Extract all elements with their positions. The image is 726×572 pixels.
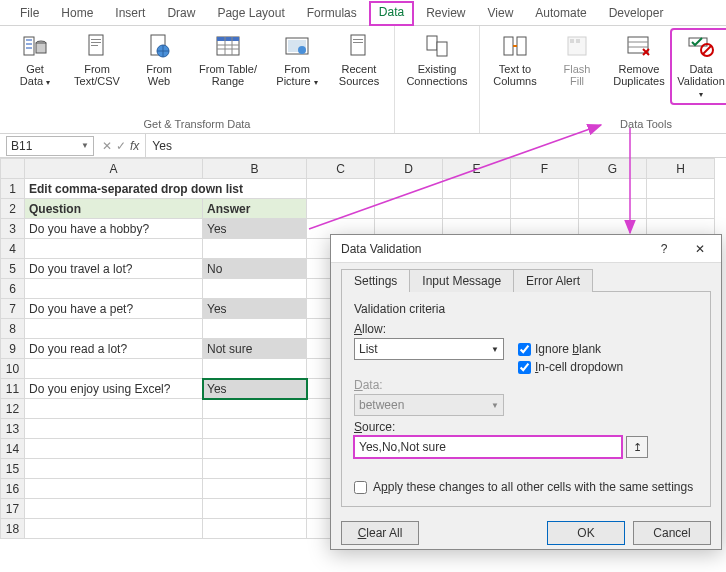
dialog-titlebar[interactable]: Data Validation ? ✕ <box>331 235 721 263</box>
question-cell[interactable] <box>25 279 203 299</box>
question-cell[interactable] <box>25 239 203 259</box>
enter-icon[interactable]: ✓ <box>116 139 126 153</box>
row-header[interactable]: 10 <box>1 359 25 379</box>
tab-insert[interactable]: Insert <box>105 2 155 25</box>
cell[interactable] <box>203 399 307 419</box>
cell[interactable] <box>25 519 203 539</box>
range-selector-icon[interactable]: ↥ <box>626 436 648 458</box>
data-validation-button[interactable]: DataValidation ▾ <box>672 30 726 103</box>
cell[interactable] <box>511 199 579 219</box>
cancel-icon[interactable]: ✕ <box>102 139 112 153</box>
row-header[interactable]: 13 <box>1 419 25 439</box>
row-header[interactable]: 16 <box>1 479 25 499</box>
header-question[interactable]: Question <box>25 199 203 219</box>
ignore-blank-checkbox[interactable]: Ignore blank <box>518 342 601 356</box>
checkbox-input[interactable] <box>518 361 531 374</box>
dialog-tab-error-alert[interactable]: Error Alert <box>513 269 593 292</box>
cell[interactable] <box>203 419 307 439</box>
row-header[interactable]: 14 <box>1 439 25 459</box>
column-headers[interactable]: A B C D E F G H <box>1 159 715 179</box>
cell[interactable] <box>511 179 579 199</box>
col-header[interactable]: G <box>579 159 647 179</box>
clear-all-button[interactable]: Clear All <box>341 521 419 545</box>
col-header[interactable]: B <box>203 159 307 179</box>
source-input[interactable]: Yes,No,Not sure <box>354 436 622 458</box>
cell[interactable] <box>647 179 715 199</box>
cell[interactable] <box>25 399 203 419</box>
from-web-button[interactable]: FromWeb <box>130 30 188 89</box>
cell[interactable] <box>203 479 307 499</box>
cell[interactable] <box>375 199 443 219</box>
cell[interactable] <box>307 199 375 219</box>
recent-sources-button[interactable]: RecentSources <box>330 30 388 89</box>
cell[interactable] <box>647 199 715 219</box>
answer-cell[interactable]: No <box>203 259 307 279</box>
row-header[interactable]: 8 <box>1 319 25 339</box>
question-cell[interactable]: Do you have a hobby? <box>25 219 203 239</box>
answer-cell[interactable] <box>203 239 307 259</box>
dialog-tab-input-message[interactable]: Input Message <box>409 269 514 292</box>
row-header[interactable]: 7 <box>1 299 25 319</box>
col-header[interactable]: F <box>511 159 579 179</box>
text-to-columns-button[interactable]: Text toColumns <box>486 30 544 89</box>
answer-cell[interactable]: Yes <box>203 299 307 319</box>
incell-dropdown-checkbox[interactable]: In-cell dropdown <box>518 360 623 374</box>
header-answer[interactable]: Answer <box>203 199 307 219</box>
col-header[interactable]: E <box>443 159 511 179</box>
question-cell[interactable]: Do you have a pet? <box>25 299 203 319</box>
tab-file[interactable]: File <box>10 2 49 25</box>
col-header[interactable]: H <box>647 159 715 179</box>
ok-button[interactable]: OK <box>547 521 625 545</box>
dialog-tab-settings[interactable]: Settings <box>341 269 410 292</box>
flash-fill-button[interactable]: FlashFill <box>548 30 606 89</box>
cell[interactable] <box>579 179 647 199</box>
cancel-button[interactable]: Cancel <box>633 521 711 545</box>
row-header[interactable]: 3 <box>1 219 25 239</box>
tab-home[interactable]: Home <box>51 2 103 25</box>
get-data-button[interactable]: GetData ▾ <box>6 30 64 91</box>
answer-cell[interactable]: Yes <box>203 219 307 239</box>
tab-formulas[interactable]: Formulas <box>297 2 367 25</box>
tab-page-layout[interactable]: Page Layout <box>207 2 294 25</box>
cell[interactable] <box>25 479 203 499</box>
cell[interactable] <box>25 419 203 439</box>
cell[interactable] <box>25 439 203 459</box>
selected-cell[interactable]: Yes▼ <box>203 379 307 399</box>
sheet-title[interactable]: Edit comma-separated drop down list <box>25 179 307 199</box>
row-header[interactable]: 6 <box>1 279 25 299</box>
row-header[interactable]: 18 <box>1 519 25 539</box>
question-cell[interactable]: Do you enjoy using Excel? <box>25 379 203 399</box>
tab-developer[interactable]: Developer <box>599 2 674 25</box>
from-picture-button[interactable]: FromPicture ▾ <box>268 30 326 91</box>
row-header[interactable]: 5 <box>1 259 25 279</box>
question-cell[interactable] <box>25 319 203 339</box>
row-header[interactable]: 12 <box>1 399 25 419</box>
tab-draw[interactable]: Draw <box>157 2 205 25</box>
cell[interactable] <box>203 459 307 479</box>
from-text-csv-button[interactable]: FromText/CSV <box>68 30 126 89</box>
apply-all-checkbox[interactable] <box>354 481 367 494</box>
cell[interactable] <box>443 199 511 219</box>
row-header[interactable]: 9 <box>1 339 25 359</box>
cell[interactable] <box>203 519 307 539</box>
formula-input[interactable]: Yes <box>145 134 726 157</box>
answer-cell[interactable] <box>203 279 307 299</box>
row-header[interactable]: 4 <box>1 239 25 259</box>
question-cell[interactable]: Do you read a lot? <box>25 339 203 359</box>
checkbox-input[interactable] <box>518 343 531 356</box>
row-header[interactable]: 17 <box>1 499 25 519</box>
cell[interactable] <box>307 179 375 199</box>
close-icon[interactable]: ✕ <box>683 237 717 261</box>
col-header[interactable]: D <box>375 159 443 179</box>
cell[interactable] <box>25 459 203 479</box>
tab-review[interactable]: Review <box>416 2 475 25</box>
tab-automate[interactable]: Automate <box>525 2 596 25</box>
name-box[interactable]: B11 ▼ <box>6 136 94 156</box>
cell[interactable] <box>375 179 443 199</box>
row-header[interactable]: 11 <box>1 379 25 399</box>
tab-data[interactable]: Data <box>369 1 414 26</box>
answer-cell[interactable] <box>203 319 307 339</box>
col-header[interactable]: A <box>25 159 203 179</box>
allow-combo[interactable]: List ▼ <box>354 338 504 360</box>
row-header[interactable]: 1 <box>1 179 25 199</box>
